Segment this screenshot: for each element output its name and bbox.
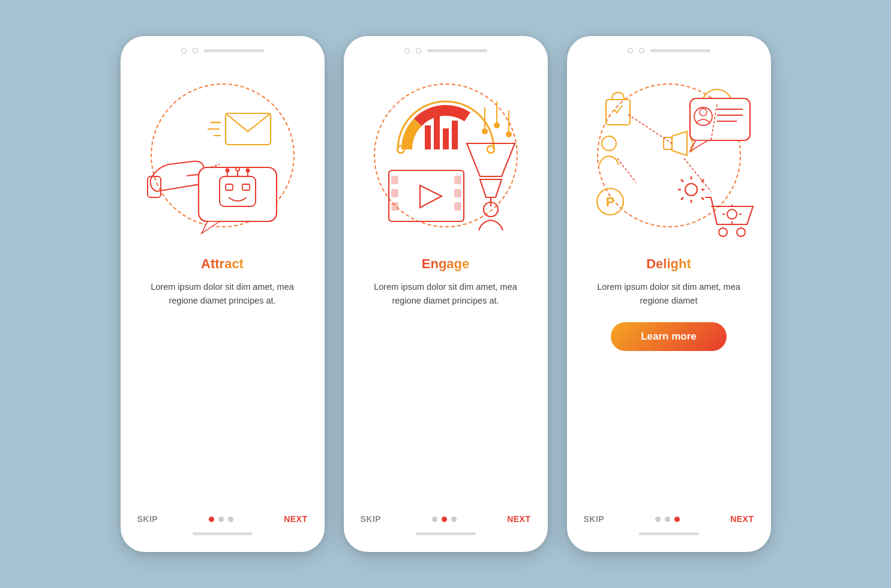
engage-content: Engage Lorem ipsum dolor sit dim amet, m… [344,245,548,508]
svg-point-59 [719,228,727,236]
svg-rect-41 [455,203,461,210]
delight-svg: $ P [579,65,759,245]
status-bar-line [204,49,264,52]
svg-point-16 [226,169,229,172]
svg-point-27 [494,123,499,128]
delight-dot-2 [665,517,670,522]
status-dot-2 [193,48,198,53]
attract-content: Attract Lorem ipsum dolor sit dim amet, … [121,245,325,508]
svg-point-25 [482,129,487,134]
svg-point-51 [685,184,697,196]
engage-illustration [356,65,536,245]
svg-line-62 [628,115,672,143]
svg-marker-32 [480,179,502,197]
engage-dot-3 [451,517,457,522]
delight-status-dot-1 [628,48,633,53]
engage-status-dot-2 [416,48,421,53]
delight-dot-1 [655,517,661,522]
attract-skip[interactable]: SKIP [137,514,158,524]
engage-status-dot-1 [404,48,410,53]
attract-svg [133,65,313,245]
svg-marker-9 [202,221,220,233]
svg-marker-42 [420,185,442,208]
status-dot-1 [181,48,187,53]
delight-status-dot-2 [639,48,644,53]
engage-skip[interactable]: SKIP [361,514,382,524]
learn-more-button[interactable]: Learn more [611,322,727,351]
attract-illustration [133,65,313,245]
svg-line-64 [617,158,636,182]
engage-phone-status-bar [344,36,548,59]
engage-description: Lorem ipsum dolor sit dim amet, mea regi… [361,280,531,308]
svg-text:P: P [605,194,614,209]
delight-title: Delight [646,256,691,272]
svg-rect-52 [690,98,750,140]
delight-bottom-bar [639,532,699,535]
phone-card-engage: Engage Lorem ipsum dolor sit dim amet, m… [344,36,548,552]
engage-next[interactable]: NEXT [507,514,530,524]
attract-next[interactable]: NEXT [284,514,307,524]
attract-dot-3 [228,517,233,522]
phone-card-delight: $ P [567,36,771,552]
svg-rect-38 [392,203,398,210]
svg-marker-31 [467,143,515,176]
phone-card-attract: Attract Lorem ipsum dolor sit dim amet, … [121,36,325,552]
svg-rect-36 [392,176,398,184]
svg-point-29 [506,132,511,137]
attract-nav: SKIP NEXT [121,508,325,524]
svg-marker-47 [672,131,687,155]
phone-status-bar [121,36,325,59]
delight-next[interactable]: NEXT [730,514,754,524]
delight-description: Lorem ipsum dolor sit dim amet, mea regi… [584,280,754,308]
delight-dots [655,517,680,522]
svg-point-46 [602,136,616,151]
svg-rect-35 [389,170,464,221]
svg-point-18 [246,169,249,172]
delight-dot-3 [674,517,680,522]
screens-container: Attract Lorem ipsum dolor sit dim amet, … [121,36,771,552]
delight-nav: SKIP NEXT [567,508,771,524]
engage-nav: SKIP NEXT [344,508,548,524]
engage-dot-2 [442,517,447,522]
svg-point-61 [727,209,737,219]
engage-svg [356,65,536,245]
delight-content: Delight Lorem ipsum dolor sit dim amet, … [567,245,771,508]
delight-illustration: $ P [579,65,759,245]
attract-description: Lorem ipsum dolor sit dim amet, mea regi… [137,280,308,308]
delight-phone-status-bar [567,36,771,59]
attract-dots [209,517,233,522]
svg-line-65 [684,158,711,191]
attract-dot-1 [209,517,214,522]
delight-skip[interactable]: SKIP [584,514,605,524]
svg-rect-40 [455,190,461,197]
engage-dots [432,517,457,522]
engage-title: Engage [422,256,469,272]
svg-rect-0 [148,176,161,197]
delight-status-bar-line [650,49,710,52]
engage-dot-1 [432,517,437,522]
svg-rect-39 [455,176,461,184]
engage-bottom-bar [416,532,476,535]
attract-bottom-bar [193,532,253,535]
svg-point-60 [737,228,745,236]
attract-title: Attract [201,256,244,272]
svg-rect-37 [392,190,398,197]
attract-dot-2 [218,517,224,522]
engage-status-bar-line [427,49,487,52]
